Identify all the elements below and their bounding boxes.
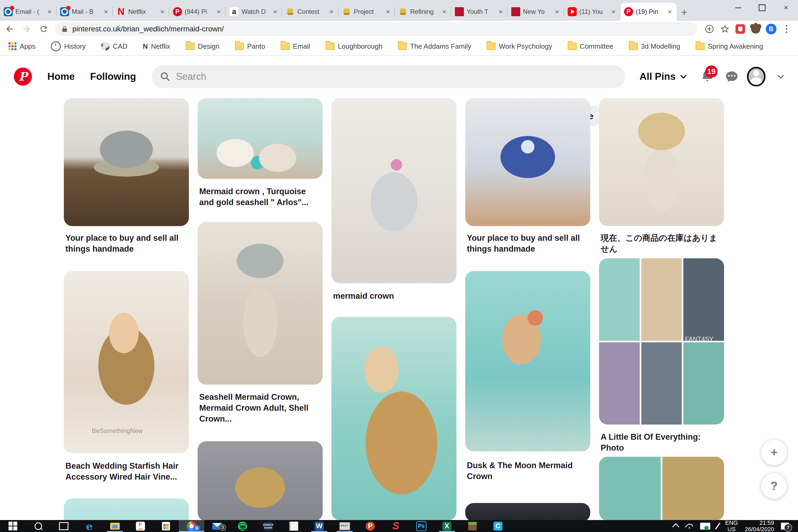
pin-caption[interactable]: Beach Wedding Starfish Hair Accessory Wi…: [65, 460, 185, 482]
pin-image-mannequin-crown[interactable]: [198, 222, 323, 385]
pin-image-crown-collage-2[interactable]: [599, 457, 724, 520]
search-input[interactable]: Search: [152, 65, 625, 88]
create-pin-fab[interactable]: +: [761, 440, 787, 465]
tab-close-icon[interactable]: ×: [272, 8, 278, 16]
nav-following[interactable]: Following: [90, 71, 136, 82]
tab-contest[interactable]: Contest×: [282, 3, 338, 21]
tab-refining[interactable]: Refining×: [395, 3, 451, 21]
taskbar-s-app[interactable]: S: [383, 520, 408, 532]
pin-image-gold-crown[interactable]: [198, 441, 323, 520]
taskbar-notepad[interactable]: [281, 520, 306, 532]
notifications-button[interactable]: 19: [698, 70, 717, 83]
pen-icon[interactable]: [717, 522, 718, 530]
back-button[interactable]: [2, 22, 17, 36]
bookmark-design[interactable]: Design: [183, 42, 220, 51]
all-pins-dropdown[interactable]: All Pins: [640, 71, 687, 82]
tab-close-icon[interactable]: ×: [46, 8, 53, 16]
tab-youth[interactable]: Youth T×: [451, 3, 508, 21]
taskbar-photoshop[interactable]: Ps: [408, 520, 434, 532]
browser-menu-icon[interactable]: [779, 25, 794, 33]
wifi-icon[interactable]: [685, 523, 693, 529]
taskbar-minecraft[interactable]: [460, 520, 485, 532]
tray-expand-chevron[interactable]: [673, 523, 678, 529]
help-fab[interactable]: ?: [761, 473, 787, 499]
bookmark-panto[interactable]: Panto: [232, 42, 265, 51]
pin-image-dark[interactable]: [465, 503, 590, 520]
refresh-button[interactable]: [36, 22, 51, 36]
taskbar-3dwox[interactable]: 3DWOXSindoh: [255, 520, 281, 532]
pin-image-blue-shell-crown[interactable]: [465, 98, 590, 226]
tab-close-icon[interactable]: ×: [328, 8, 335, 16]
action-center-button[interactable]: 7: [781, 523, 789, 530]
url-text[interactable]: pinterest.co.uk/brian_wedlich/mermaid-cr…: [72, 25, 224, 33]
pin-image-turquoise-gold-crown[interactable]: [198, 98, 323, 179]
language-indicator[interactable]: ENGUS: [725, 520, 738, 532]
pin-image-gold-pearl-crown[interactable]: [599, 98, 724, 226]
account-menu-button[interactable]: [772, 72, 790, 81]
bookmark-history[interactable]: History: [48, 41, 86, 51]
pin-caption[interactable]: Your place to buy and sell all things ha…: [467, 232, 587, 254]
pin-image-crown-collage[interactable]: FANT4SY: [599, 258, 724, 424]
bookmark-work-psychology[interactable]: Work Psychology: [483, 42, 552, 51]
profile-avatar-button[interactable]: B: [763, 24, 779, 34]
pin-caption[interactable]: Dusk & The Moon Mermaid Crown: [467, 460, 587, 482]
nav-home[interactable]: Home: [48, 71, 75, 82]
taskbar-chrome[interactable]: B: [179, 520, 204, 532]
task-view-button[interactable]: [51, 520, 77, 532]
taskbar-file-explorer[interactable]: [102, 520, 128, 532]
taskbar-fusion-360[interactable]: F360: [128, 520, 153, 532]
pin-caption[interactable]: Seashell Mermaid Crown, Mermaid Crown Ad…: [199, 392, 319, 424]
pin-caption[interactable]: Mermaid crown , Turquoise and gold seash…: [199, 186, 319, 208]
tab-close-icon[interactable]: ×: [159, 8, 166, 16]
pin-image-silver-shell-crown[interactable]: [64, 98, 189, 226]
taskbar-microsoft-store[interactable]: [153, 520, 179, 532]
bookmark-netflix[interactable]: NNetflix: [140, 42, 170, 51]
pin-caption[interactable]: A Little Bit Of Everything: Photo: [601, 432, 720, 453]
tab-close-icon[interactable]: ×: [441, 8, 448, 16]
tab-close-icon[interactable]: ×: [498, 8, 504, 16]
tab-close-icon[interactable]: ×: [667, 8, 673, 16]
pin-caption[interactable]: mermaid crown: [333, 290, 453, 301]
tab-email[interactable]: Email - (×: [0, 3, 56, 21]
bookmark-email[interactable]: Email: [278, 42, 310, 51]
taskbar-powerpoint[interactable]: P: [358, 520, 383, 532]
taskbar-clock[interactable]: 21:5926/04/2020: [745, 520, 774, 532]
tab-close-icon[interactable]: ×: [610, 8, 616, 16]
pin-image-starfish-hair-vine[interactable]: BeSomethingNew: [64, 271, 189, 453]
pinterest-logo[interactable]: P: [14, 68, 32, 86]
tab-close-icon[interactable]: ×: [103, 8, 109, 16]
tab-pinterest-active[interactable]: P(19) Pin×: [620, 3, 677, 21]
tab-pinterest-944[interactable]: P(944) Pi×: [169, 3, 226, 21]
zoom-add-icon[interactable]: [702, 24, 717, 34]
window-minimize-button[interactable]: [726, 0, 750, 15]
taskbar-excel[interactable]: X: [434, 520, 460, 532]
bookmark-apps[interactable]: Apps: [5, 42, 35, 51]
forward-button[interactable]: [19, 22, 34, 36]
taskbar-cura[interactable]: C: [485, 520, 511, 532]
pin-image-sea-mermaid[interactable]: [465, 271, 590, 451]
start-button[interactable]: [0, 520, 25, 532]
taskbar-search-button[interactable]: [25, 520, 51, 532]
taskbar-edge[interactable]: e: [77, 520, 102, 532]
tab-close-icon[interactable]: ×: [554, 8, 560, 16]
tab-watch[interactable]: aWatch D×: [226, 3, 282, 21]
address-bar[interactable]: pinterest.co.uk/brian_wedlich/mermaid-cr…: [55, 22, 697, 36]
adblock-extension-icon[interactable]: [733, 24, 748, 34]
bookmark-spring-awakening[interactable]: Spring Awakening: [692, 42, 763, 51]
pin-caption[interactable]: 現在、この商品の在庫はありません: [601, 232, 720, 254]
taskbar-word[interactable]: W: [306, 520, 332, 532]
messages-button[interactable]: [722, 70, 741, 83]
tab-close-icon[interactable]: ×: [216, 8, 222, 16]
bookmark-star-icon[interactable]: [717, 24, 733, 34]
taskbar-resource-monitor[interactable]: [332, 520, 358, 532]
pin-caption[interactable]: Your place to buy and sell all things ha…: [65, 232, 185, 254]
bookmark-3d-modelling[interactable]: 3d Modelling: [626, 42, 680, 51]
bookmark-cad[interactable]: CAD: [98, 42, 128, 51]
tab-youtube[interactable]: (11) You×: [564, 3, 620, 21]
battery-icon[interactable]: [700, 523, 710, 530]
tab-mail[interactable]: Mail - B×: [56, 3, 113, 21]
tab-netflix[interactable]: NNetflix×: [113, 3, 169, 21]
bookmark-committee[interactable]: Committee: [565, 42, 613, 51]
pin-image-beach-profile[interactable]: [331, 317, 456, 520]
taskbar-mail[interactable]: 3: [204, 520, 230, 532]
